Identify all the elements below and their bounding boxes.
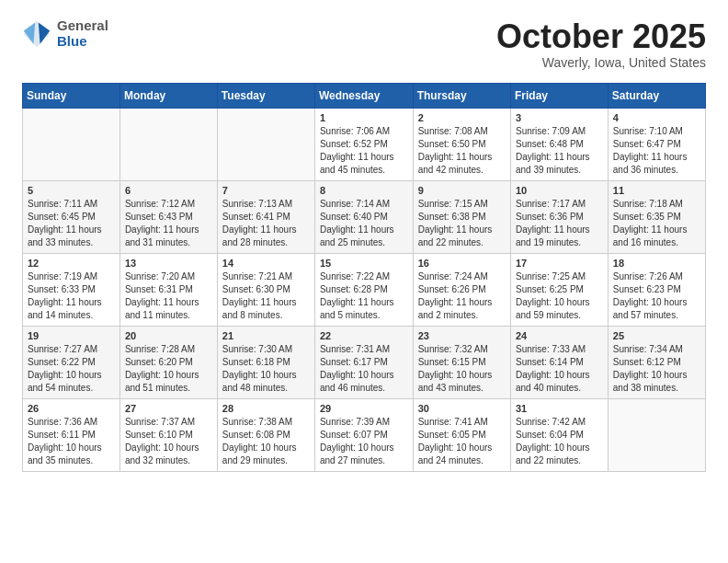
day-number: 21 xyxy=(222,330,310,341)
day-detail: Sunrise: 7:21 AM Sunset: 6:30 PM Dayligh… xyxy=(222,270,310,322)
header: General Blue October 2025 Waverly, Iowa,… xyxy=(22,18,706,70)
table-row: 29Sunrise: 7:39 AM Sunset: 6:07 PM Dayli… xyxy=(314,398,413,471)
day-number: 14 xyxy=(222,258,310,269)
day-number: 8 xyxy=(320,185,408,196)
table-row: 27Sunrise: 7:37 AM Sunset: 6:10 PM Dayli… xyxy=(119,398,217,471)
location: Waverly, Iowa, United States xyxy=(496,55,706,70)
day-number: 2 xyxy=(418,112,506,123)
day-number: 26 xyxy=(28,403,115,414)
day-number: 29 xyxy=(320,403,408,414)
table-row: 11Sunrise: 7:18 AM Sunset: 6:35 PM Dayli… xyxy=(608,180,705,253)
day-number: 10 xyxy=(516,185,603,196)
day-detail: Sunrise: 7:26 AM Sunset: 6:23 PM Dayligh… xyxy=(613,270,700,322)
table-row xyxy=(119,108,217,180)
day-detail: Sunrise: 7:39 AM Sunset: 6:07 PM Dayligh… xyxy=(320,416,408,467)
table-row xyxy=(608,398,705,471)
day-detail: Sunrise: 7:15 AM Sunset: 6:38 PM Dayligh… xyxy=(418,198,506,249)
day-detail: Sunrise: 7:36 AM Sunset: 6:11 PM Dayligh… xyxy=(28,416,115,467)
calendar-week-row: 19Sunrise: 7:27 AM Sunset: 6:22 PM Dayli… xyxy=(23,326,706,398)
day-detail: Sunrise: 7:18 AM Sunset: 6:35 PM Dayligh… xyxy=(613,198,700,249)
table-row: 1Sunrise: 7:06 AM Sunset: 6:52 PM Daylig… xyxy=(314,108,413,180)
day-number: 24 xyxy=(516,330,603,341)
day-number: 1 xyxy=(320,112,408,123)
table-row: 6Sunrise: 7:12 AM Sunset: 6:43 PM Daylig… xyxy=(119,180,217,253)
header-friday: Friday xyxy=(510,83,608,108)
logo: General Blue xyxy=(22,18,108,49)
table-row: 20Sunrise: 7:28 AM Sunset: 6:20 PM Dayli… xyxy=(119,326,217,398)
header-monday: Monday xyxy=(119,83,217,108)
day-number: 11 xyxy=(613,185,700,196)
day-detail: Sunrise: 7:25 AM Sunset: 6:25 PM Dayligh… xyxy=(516,270,603,322)
table-row: 2Sunrise: 7:08 AM Sunset: 6:50 PM Daylig… xyxy=(413,108,510,180)
day-detail: Sunrise: 7:32 AM Sunset: 6:15 PM Dayligh… xyxy=(418,343,506,395)
weekday-header-row: Sunday Monday Tuesday Wednesday Thursday… xyxy=(23,83,706,108)
day-detail: Sunrise: 7:20 AM Sunset: 6:31 PM Dayligh… xyxy=(125,270,212,322)
table-row: 17Sunrise: 7:25 AM Sunset: 6:25 PM Dayli… xyxy=(510,253,608,326)
day-number: 6 xyxy=(125,185,212,196)
day-detail: Sunrise: 7:42 AM Sunset: 6:04 PM Dayligh… xyxy=(516,416,603,467)
day-number: 15 xyxy=(320,258,408,269)
day-number: 23 xyxy=(418,330,506,341)
day-number: 20 xyxy=(125,330,212,341)
month-title: October 2025 xyxy=(496,18,706,55)
day-number: 4 xyxy=(613,112,700,123)
table-row: 12Sunrise: 7:19 AM Sunset: 6:33 PM Dayli… xyxy=(23,253,120,326)
day-number: 17 xyxy=(516,258,603,269)
day-detail: Sunrise: 7:13 AM Sunset: 6:41 PM Dayligh… xyxy=(222,198,310,249)
day-detail: Sunrise: 7:06 AM Sunset: 6:52 PM Dayligh… xyxy=(320,125,408,177)
logo-general: General xyxy=(57,18,108,34)
table-row: 4Sunrise: 7:10 AM Sunset: 6:47 PM Daylig… xyxy=(608,108,705,180)
table-row: 3Sunrise: 7:09 AM Sunset: 6:48 PM Daylig… xyxy=(510,108,608,180)
day-detail: Sunrise: 7:27 AM Sunset: 6:22 PM Dayligh… xyxy=(28,343,115,395)
day-number: 16 xyxy=(418,258,506,269)
day-number: 9 xyxy=(418,185,506,196)
table-row: 18Sunrise: 7:26 AM Sunset: 6:23 PM Dayli… xyxy=(608,253,705,326)
table-row: 22Sunrise: 7:31 AM Sunset: 6:17 PM Dayli… xyxy=(314,326,413,398)
logo-icon xyxy=(22,19,51,49)
day-detail: Sunrise: 7:14 AM Sunset: 6:40 PM Dayligh… xyxy=(320,198,408,249)
calendar-table: Sunday Monday Tuesday Wednesday Thursday… xyxy=(22,83,706,472)
day-detail: Sunrise: 7:17 AM Sunset: 6:36 PM Dayligh… xyxy=(516,198,603,249)
day-number: 31 xyxy=(516,403,603,414)
table-row: 16Sunrise: 7:24 AM Sunset: 6:26 PM Dayli… xyxy=(413,253,510,326)
day-number: 18 xyxy=(613,258,700,269)
day-detail: Sunrise: 7:28 AM Sunset: 6:20 PM Dayligh… xyxy=(125,343,212,395)
day-detail: Sunrise: 7:33 AM Sunset: 6:14 PM Dayligh… xyxy=(516,343,603,395)
table-row: 24Sunrise: 7:33 AM Sunset: 6:14 PM Dayli… xyxy=(510,326,608,398)
table-row: 5Sunrise: 7:11 AM Sunset: 6:45 PM Daylig… xyxy=(23,180,120,253)
table-row: 14Sunrise: 7:21 AM Sunset: 6:30 PM Dayli… xyxy=(217,253,314,326)
day-detail: Sunrise: 7:12 AM Sunset: 6:43 PM Dayligh… xyxy=(125,198,212,249)
day-number: 27 xyxy=(125,403,212,414)
table-row: 10Sunrise: 7:17 AM Sunset: 6:36 PM Dayli… xyxy=(510,180,608,253)
table-row: 28Sunrise: 7:38 AM Sunset: 6:08 PM Dayli… xyxy=(217,398,314,471)
table-row xyxy=(217,108,314,180)
table-row: 26Sunrise: 7:36 AM Sunset: 6:11 PM Dayli… xyxy=(23,398,120,471)
header-saturday: Saturday xyxy=(608,83,705,108)
table-row: 15Sunrise: 7:22 AM Sunset: 6:28 PM Dayli… xyxy=(314,253,413,326)
table-row: 31Sunrise: 7:42 AM Sunset: 6:04 PM Dayli… xyxy=(510,398,608,471)
header-sunday: Sunday xyxy=(23,83,120,108)
day-detail: Sunrise: 7:09 AM Sunset: 6:48 PM Dayligh… xyxy=(516,125,603,177)
header-thursday: Thursday xyxy=(413,83,510,108)
day-number: 13 xyxy=(125,258,212,269)
calendar-week-row: 12Sunrise: 7:19 AM Sunset: 6:33 PM Dayli… xyxy=(23,253,706,326)
day-number: 25 xyxy=(613,330,700,341)
day-detail: Sunrise: 7:37 AM Sunset: 6:10 PM Dayligh… xyxy=(125,416,212,467)
day-number: 19 xyxy=(28,330,115,341)
table-row: 30Sunrise: 7:41 AM Sunset: 6:05 PM Dayli… xyxy=(413,398,510,471)
header-wednesday: Wednesday xyxy=(314,83,413,108)
day-number: 22 xyxy=(320,330,408,341)
day-number: 30 xyxy=(418,403,506,414)
day-detail: Sunrise: 7:11 AM Sunset: 6:45 PM Dayligh… xyxy=(28,198,115,249)
calendar-week-row: 1Sunrise: 7:06 AM Sunset: 6:52 PM Daylig… xyxy=(23,108,706,180)
table-row: 21Sunrise: 7:30 AM Sunset: 6:18 PM Dayli… xyxy=(217,326,314,398)
table-row: 13Sunrise: 7:20 AM Sunset: 6:31 PM Dayli… xyxy=(119,253,217,326)
header-tuesday: Tuesday xyxy=(217,83,314,108)
day-detail: Sunrise: 7:24 AM Sunset: 6:26 PM Dayligh… xyxy=(418,270,506,322)
title-block: October 2025 Waverly, Iowa, United State… xyxy=(496,18,706,70)
day-detail: Sunrise: 7:19 AM Sunset: 6:33 PM Dayligh… xyxy=(28,270,115,322)
table-row: 19Sunrise: 7:27 AM Sunset: 6:22 PM Dayli… xyxy=(23,326,120,398)
day-detail: Sunrise: 7:38 AM Sunset: 6:08 PM Dayligh… xyxy=(222,416,310,467)
table-row: 9Sunrise: 7:15 AM Sunset: 6:38 PM Daylig… xyxy=(413,180,510,253)
table-row: 23Sunrise: 7:32 AM Sunset: 6:15 PM Dayli… xyxy=(413,326,510,398)
